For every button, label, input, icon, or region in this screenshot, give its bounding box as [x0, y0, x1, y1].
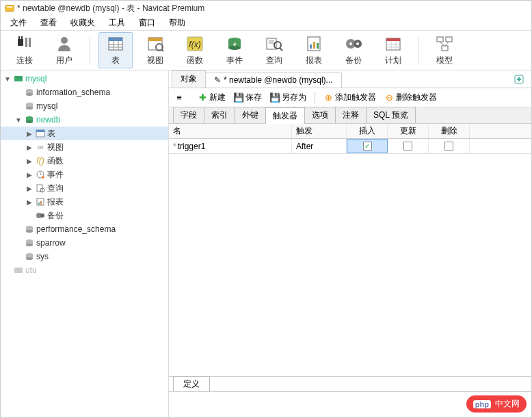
toolbar-schedule-button[interactable]: 计划: [376, 33, 410, 68]
action-save-button[interactable]: 💾保存: [234, 92, 262, 103]
action-del-button[interactable]: ⊖删除触发器: [384, 92, 437, 103]
subtab-1[interactable]: 索引: [204, 107, 235, 123]
table-icon: [35, 128, 46, 139]
tree-label: utu: [25, 265, 37, 275]
expand-icon[interactable]: ▶: [25, 157, 34, 165]
svg-rect-45: [442, 46, 448, 51]
add-tab-icon[interactable]: [509, 74, 529, 85]
tree-item-查询[interactable]: ▶查询: [1, 181, 168, 195]
expand-icon[interactable]: ▶: [25, 198, 34, 206]
saveas-icon: 💾: [270, 93, 280, 103]
report-icon: [35, 196, 46, 207]
subtab-3[interactable]: 触发器: [265, 107, 305, 124]
subtab-5[interactable]: 注释: [335, 107, 367, 123]
menu-help[interactable]: 帮助: [162, 16, 192, 30]
cell-name[interactable]: *trigger1: [169, 139, 292, 153]
table-row[interactable]: *trigger1After✓: [169, 139, 531, 154]
toolbar-plug-button[interactable]: 连接: [8, 33, 42, 68]
expand-icon[interactable]: ▶: [25, 144, 34, 151]
db-icon: [24, 224, 35, 235]
menu-tools[interactable]: 工具: [102, 16, 132, 30]
toolbar-table-button[interactable]: 表: [98, 32, 133, 68]
expand-icon[interactable]: ▶: [25, 171, 34, 179]
column-header[interactable]: 更新: [388, 124, 429, 138]
action-saveas-button[interactable]: 💾另存为: [270, 92, 306, 103]
menu-view[interactable]: 查看: [34, 16, 64, 30]
tree-item-mysql[interactable]: ▼mysql: [1, 72, 168, 86]
tree-item-sparrow[interactable]: sparrow: [1, 236, 168, 250]
cell-update[interactable]: [388, 139, 429, 153]
svg-rect-30: [310, 44, 312, 49]
bottom-tabs: 定义: [169, 377, 531, 392]
checkbox[interactable]: ✓: [363, 142, 372, 151]
toolbar-label: 报表: [306, 55, 322, 66]
event-icon: [35, 169, 46, 180]
tree-item-performance_schema[interactable]: performance_schema: [1, 222, 168, 236]
action-label: 新建: [209, 92, 226, 103]
column-header[interactable]: 插入: [347, 124, 388, 138]
tree-item-视图[interactable]: ▶∞视图: [1, 140, 168, 154]
actionbar: ≡ ✚新建💾保存💾另存为⊕添加触发器⊖删除触发器: [169, 88, 531, 107]
tree-item-information_schema[interactable]: information_schema: [1, 86, 168, 99]
tree-item-newdb[interactable]: ▼newdb: [1, 113, 168, 127]
action-plus-button[interactable]: ✚新建: [198, 92, 226, 103]
tree-item-备份[interactable]: 备份: [1, 209, 168, 222]
tree-item-utu[interactable]: utu: [1, 263, 168, 277]
cell-insert[interactable]: ✓: [347, 139, 388, 153]
subtab-6[interactable]: SQL 预览: [366, 107, 416, 123]
cell-delete[interactable]: [429, 139, 470, 153]
toolbar-event-button[interactable]: 事件: [217, 33, 252, 68]
tree-item-sys[interactable]: sys: [1, 250, 168, 263]
hamburger-icon[interactable]: ≡: [174, 93, 184, 103]
tree-label: 备份: [47, 210, 64, 222]
checkbox[interactable]: [444, 142, 453, 151]
tab-objects[interactable]: 对象: [172, 70, 206, 88]
svg-rect-9: [109, 38, 122, 41]
bottom-tab-definition[interactable]: 定义: [173, 376, 210, 391]
tree-item-mysql[interactable]: mysql: [1, 99, 168, 113]
toolbar-model-button[interactable]: 模型: [427, 33, 462, 68]
svg-point-51: [26, 93, 33, 96]
toolbar-query-button[interactable]: 查询: [257, 33, 291, 68]
tree-item-事件[interactable]: ▶事件: [1, 168, 168, 181]
subtab-0[interactable]: 字段: [173, 107, 204, 123]
svg-text:f(x): f(x): [189, 40, 200, 49]
subtab-4[interactable]: 选项: [304, 107, 336, 123]
tree-item-表[interactable]: ▶表: [1, 127, 168, 140]
tree-label: mysql: [36, 101, 57, 111]
tree-label: information_schema: [36, 88, 110, 97]
column-header[interactable]: 名: [169, 124, 292, 138]
menu-file[interactable]: 文件: [3, 16, 34, 30]
sidebar-tree[interactable]: ▼mysqlinformation_schemamysql▼newdb▶表▶∞视…: [1, 70, 169, 417]
tree-item-函数[interactable]: ▶f()函数: [1, 154, 168, 168]
svg-point-22: [228, 46, 241, 50]
action-add-button[interactable]: ⊕添加触发器: [323, 92, 376, 103]
column-header[interactable]: 删除: [429, 124, 470, 138]
menu-favorites[interactable]: 收藏夹: [64, 16, 102, 30]
toolbar-view-button[interactable]: 视图: [138, 33, 172, 68]
checkbox[interactable]: [403, 142, 412, 151]
svg-point-7: [61, 37, 68, 44]
menubar: 文件 查看 收藏夹 工具 窗口 帮助: [1, 16, 531, 31]
menu-window[interactable]: 窗口: [132, 16, 162, 30]
toolbar-func-button[interactable]: f(x)函数: [178, 33, 212, 68]
svg-rect-69: [38, 203, 40, 205]
tree-label: 函数: [47, 155, 64, 167]
expand-icon[interactable]: ▶: [25, 185, 34, 192]
expand-icon[interactable]: ▶: [25, 130, 34, 138]
toolbar-label: 事件: [226, 55, 243, 66]
toolbar-user-button[interactable]: 用户: [47, 33, 81, 68]
column-header[interactable]: 触发: [292, 124, 347, 138]
svg-point-72: [40, 213, 44, 218]
add-icon: ⊕: [323, 93, 333, 103]
toolbar-backup-button[interactable]: 备份: [336, 33, 371, 68]
expand-icon[interactable]: ▼: [14, 116, 23, 124]
tree-label: 事件: [47, 169, 64, 181]
tree-item-报表[interactable]: ▶报表: [1, 195, 168, 209]
subtab-2[interactable]: 外键: [235, 107, 266, 123]
tab-editor[interactable]: ✎* newtable @newdb (mysql)...: [205, 73, 342, 88]
toolbar-report-button[interactable]: 报表: [297, 33, 331, 68]
expand-icon[interactable]: ▼: [3, 75, 12, 83]
cell-trigger[interactable]: After: [292, 139, 347, 153]
toolbar-label: 表: [111, 55, 120, 66]
